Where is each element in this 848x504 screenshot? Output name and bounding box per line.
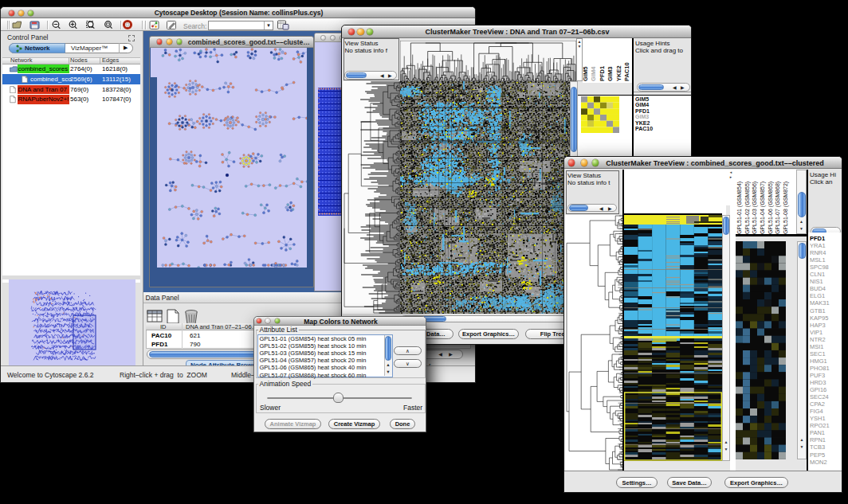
svg-text:GIM5: GIM5 [583, 67, 589, 81]
svg-text:GPL51-01 (GSM854): GPL51-01 (GSM854) [736, 182, 743, 234]
svg-text:GIM3: GIM3 [607, 67, 614, 81]
svg-text:GPL51-03 (GSM856): GPL51-03 (GSM856) [752, 182, 758, 234]
svg-text:GPL51-04 (GSM857): GPL51-04 (GSM857) [760, 182, 766, 234]
svg-text:YKE2: YKE2 [615, 65, 622, 81]
svg-text:GPL51-06 (GSM865): GPL51-06 (GSM865) [768, 182, 774, 234]
svg-text:GIM4: GIM4 [590, 66, 597, 81]
svg-text:GPL51-07 (GSM868): GPL51-07 (GSM868) [775, 182, 781, 234]
svg-text:PAC10: PAC10 [623, 62, 630, 81]
svg-text:GPL51-02 (GSM855): GPL51-02 (GSM855) [744, 182, 751, 234]
svg-text:PFD1: PFD1 [599, 66, 606, 81]
svg-text:GPL51-08 (GSM872): GPL51-08 (GSM872) [783, 182, 789, 234]
